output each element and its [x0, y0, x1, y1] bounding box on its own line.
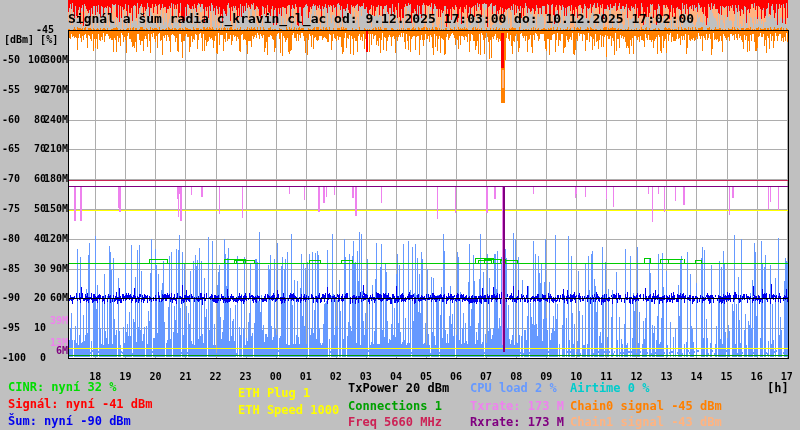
extra-rate-label: 6M — [43, 346, 68, 356]
legend-item-sign-l-nyn-41-dbm: Signál: nyní -41 dBm — [8, 398, 153, 410]
y-axis-label: 210M — [43, 144, 68, 154]
x-axis-label: 21 — [179, 372, 191, 382]
legend-item-freq-5660-mhz: Freq 5660 MHz — [348, 416, 442, 428]
y-axis-label: 300M — [43, 55, 68, 65]
y-axis-label: 120M — [43, 234, 68, 244]
y-axis-label: 270M — [43, 85, 68, 95]
legend-item-cpu-load-2: CPU load 2 % — [470, 382, 557, 394]
x-axis-label: 22 — [210, 372, 222, 382]
legend-item-um-nyn-90-dbm: Šum: nyní -90 dBm — [8, 415, 131, 427]
y-axis-label: 90M — [43, 264, 68, 274]
x-axis-label: 02 — [330, 372, 342, 382]
x-axis-label: 14 — [691, 372, 703, 382]
legend-item-cinr-nyn-32: CINR: nyní 32 % — [8, 381, 116, 393]
y-axis-units-label: [dBm] [%] — [4, 35, 58, 45]
x-axis-label: 13 — [660, 372, 672, 382]
x-axis-unit-label: [h] — [767, 382, 789, 394]
legend-item-connections-1: Connections 1 — [348, 400, 442, 412]
graph-title: Signál a šum radia c_kravin_cl_ac od: 9.… — [68, 12, 694, 25]
legend-item-airtime-0: Airtime 0 % — [570, 382, 649, 394]
y-axis-label: 60M — [43, 293, 68, 303]
x-axis-label: 15 — [721, 372, 733, 382]
x-axis-label: 16 — [751, 372, 763, 382]
legend-item-txpower-20-dbm: TxPower 20 dBm — [348, 382, 449, 394]
x-axis-label: 20 — [149, 372, 161, 382]
y-axis-label: 180M — [43, 174, 68, 184]
legend-item-rxrate-173-m: Rxrate: 173 M — [470, 416, 564, 428]
y-axis-label: 150M — [43, 204, 68, 214]
x-axis-label: 19 — [119, 372, 131, 382]
rrd-signal-graph: Signál a šum radia c_kravin_cl_ac od: 9.… — [0, 0, 800, 430]
graph-plot-canvas — [0, 0, 800, 430]
x-axis-label: 23 — [240, 372, 252, 382]
x-axis-label: 01 — [300, 372, 312, 382]
legend-item-chain0-signal-45-dbm: Chain0 signal -45 dBm — [570, 400, 722, 412]
legend-item-eth-speed-1000: ETH Speed 1000 — [238, 404, 339, 416]
x-axis-label: 06 — [450, 372, 462, 382]
extra-rate-label: 39M — [43, 316, 68, 326]
x-axis-label: 00 — [270, 372, 282, 382]
x-axis-label: 17 — [781, 372, 793, 382]
legend-item-eth-plug-1: ETH Plug 1 — [238, 387, 310, 399]
legend-item-txrate-173-m: Txrate: 173 M — [470, 400, 564, 412]
y-axis-label: 240M — [43, 115, 68, 125]
legend-item-chain1-signal-43-dbm: Chain1 signal -43 dBm — [570, 416, 722, 428]
